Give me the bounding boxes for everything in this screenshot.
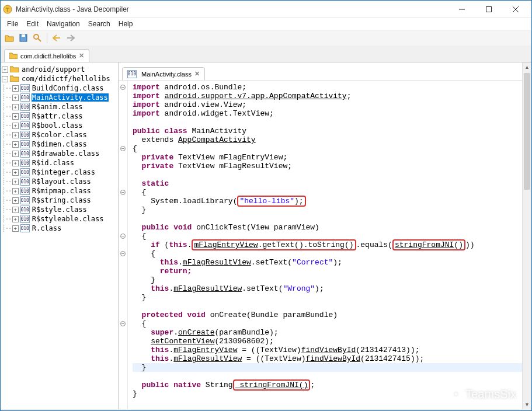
toolbar <box>1 30 531 46</box>
minimize-button[interactable] <box>448 1 475 18</box>
close-tab-icon[interactable]: ✕ <box>79 52 84 60</box>
tree-file[interactable]: ┊··+010R$anim.class <box>2 102 117 112</box>
menu-navigation[interactable]: Navigation <box>43 18 84 30</box>
tree-file[interactable]: ┊··+010R$attr.class <box>2 112 117 121</box>
package-tab[interactable]: com.didictf.hellolibs ✕ <box>4 49 89 62</box>
svg-rect-2 <box>486 6 492 12</box>
svg-line-8 <box>38 39 41 41</box>
editor-tab[interactable]: 010 MainActivity.class ✕ <box>122 67 205 80</box>
highlight-box: "hello-libs"); <box>237 196 305 207</box>
app-icon <box>3 5 12 14</box>
tree-view[interactable]: +android/support −com/didictf/hellolibs … <box>1 62 119 409</box>
fold-icon[interactable] <box>120 190 126 195</box>
maximize-button[interactable] <box>475 1 502 18</box>
tree-file[interactable]: ┊··+010R$mipmap.class <box>2 186 117 196</box>
tree-file[interactable]: ┊··+010R$color.class <box>2 130 117 140</box>
highlight-box: mFlagEntryView.getText().toString() <box>192 239 356 250</box>
titlebar: MainActivity.class - Java Decompiler <box>1 1 531 18</box>
tree-file[interactable]: ┊··+010R$styleable.class <box>2 214 117 224</box>
search-icon[interactable] <box>31 32 44 44</box>
editor-area: 010 MainActivity.class ✕ <box>119 62 531 409</box>
tree-folder[interactable]: −com/didictf/hellolibs <box>2 74 117 83</box>
fold-icon[interactable] <box>120 251 126 256</box>
fold-icon[interactable] <box>120 146 126 151</box>
vertical-scrollbar[interactable]: ▲ ▼ <box>522 80 531 409</box>
tree-folder[interactable]: +android/support <box>2 65 117 74</box>
tree-file[interactable]: ┊··+010R$style.class <box>2 205 117 214</box>
menubar: File Edit Navigation Search Help <box>1 18 531 30</box>
fold-icon[interactable] <box>120 234 126 239</box>
tree-file[interactable]: ┊··+010R$bool.class <box>2 121 117 130</box>
folding-gutter[interactable] <box>119 81 128 409</box>
highlight-box: stringFromJNI() <box>392 239 465 250</box>
tree-file[interactable]: ┊··+010R$string.class <box>2 196 117 205</box>
forward-icon[interactable] <box>64 32 77 44</box>
menu-search[interactable]: Search <box>84 18 114 30</box>
editor-tabbar: 010 MainActivity.class ✕ <box>119 62 531 80</box>
tree-file[interactable]: ┊··+010R$dimen.class <box>2 140 117 149</box>
tree-file[interactable]: ┊··+010R$id.class <box>2 158 117 168</box>
back-icon[interactable] <box>50 32 63 44</box>
editor-tab-label: MainActivity.class <box>141 71 192 78</box>
class-file-icon: 010 <box>127 70 137 78</box>
tree-file[interactable]: ┊··+010R$drawable.class <box>2 149 117 158</box>
scroll-down-icon[interactable]: ▼ <box>523 400 531 409</box>
fold-icon[interactable] <box>120 321 126 326</box>
svg-rect-6 <box>22 34 25 37</box>
open-icon[interactable] <box>3 32 16 44</box>
tree-file[interactable]: ┊··+010R.class <box>2 224 117 233</box>
main-area: +android/support −com/didictf/hellolibs … <box>1 62 531 409</box>
save-icon[interactable] <box>17 32 30 44</box>
fold-icon[interactable] <box>120 85 126 90</box>
highlight-box: stringFromJNI() <box>233 379 311 391</box>
tree-file[interactable]: ┊··+010BuildConfig.class <box>2 83 117 93</box>
folder-icon <box>9 52 18 60</box>
close-button[interactable] <box>502 1 529 18</box>
tree-file[interactable]: ┊··+010R$integer.class <box>2 168 117 177</box>
toolbar-separator <box>47 33 47 43</box>
package-tab-label: com.didictf.hellolibs <box>20 53 76 60</box>
close-tab-icon[interactable]: ✕ <box>194 70 200 78</box>
main-tabbar: com.didictf.hellolibs ✕ <box>1 46 531 62</box>
menu-file[interactable]: File <box>3 18 22 30</box>
menu-edit[interactable]: Edit <box>22 18 43 30</box>
tree-file[interactable]: ┊··+010R$layout.class <box>2 177 117 186</box>
window-title: MainActivity.class - Java Decompiler <box>16 5 448 13</box>
tree-file-selected[interactable]: ┊··+010MainActivity.class <box>2 93 117 102</box>
code-editor[interactable]: import android.os.Bundle; import android… <box>128 81 531 409</box>
svg-point-7 <box>34 34 39 39</box>
scrollbar-thumb[interactable] <box>524 80 530 190</box>
menu-help[interactable]: Help <box>114 18 137 30</box>
